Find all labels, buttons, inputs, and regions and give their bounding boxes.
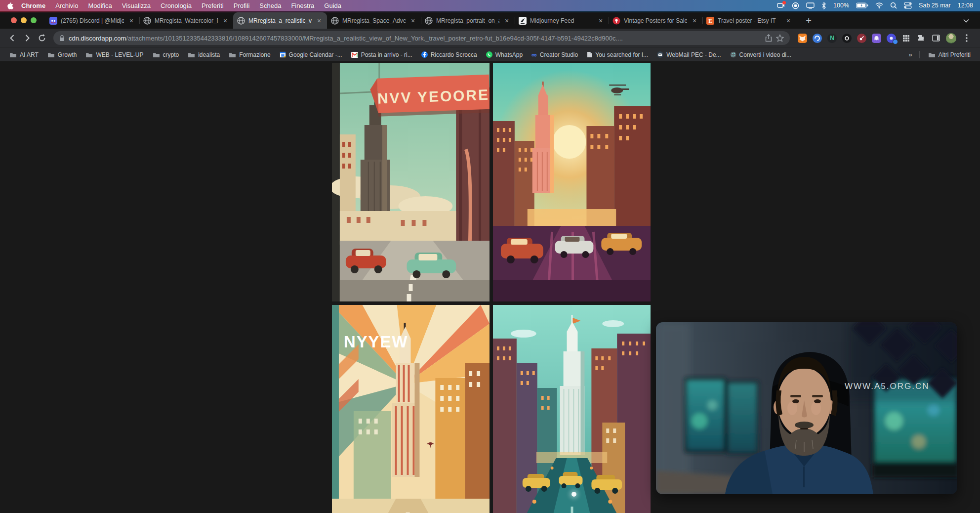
bluetooth-icon[interactable] (821, 2, 826, 9)
tab-vintage-posters[interactable]: Vintage Posters for Sale | × (609, 12, 702, 29)
tab-title: MRregista_Watercolor_Pa (155, 17, 218, 24)
colorpicker-extension-icon[interactable] (857, 34, 866, 43)
window-zoom-button[interactable] (31, 17, 37, 23)
tab-close-icon[interactable]: × (127, 17, 135, 25)
bookmark-folder-growth[interactable]: Growth (43, 51, 82, 58)
bookmark-creator-studio[interactable]: ∞ Creator Studio (527, 51, 582, 58)
tab-title: Travel poster - Etsy IT (718, 17, 781, 24)
bookmark-video-converter[interactable]: Converti i video di... (726, 51, 796, 58)
folder-icon (9, 52, 17, 58)
tab-watercolor[interactable]: MRregista_Watercolor_Pa × (139, 12, 233, 29)
folder-icon (85, 52, 93, 58)
bookmarks-divider (919, 51, 920, 58)
menubar-date[interactable]: Sab 25 mar (919, 2, 951, 9)
menu-preferiti[interactable]: Preferiti (197, 2, 229, 9)
bookmark-gmail-inbox[interactable]: Posta in arrivo - ri... (347, 51, 417, 58)
background-monitor-left (685, 378, 759, 455)
poster-image-bottom-left: NYYEW (332, 305, 490, 513)
tab-close-icon[interactable]: × (784, 17, 792, 25)
menubar-time[interactable]: 12:08 (958, 2, 973, 9)
purple-extension-icon[interactable] (872, 34, 881, 43)
grid-extension-icon[interactable] (901, 34, 911, 43)
screen: Chrome Archivio Modifica Visualizza Cron… (0, 0, 980, 513)
forward-button[interactable] (20, 31, 35, 45)
bookmark-you-searched[interactable]: You searched for I... (582, 51, 653, 58)
metamask-extension-icon[interactable] (798, 34, 807, 43)
tab-close-icon[interactable]: × (221, 17, 229, 25)
webcam-pip-overlay: WWW.A5.ORG.CN (656, 322, 957, 494)
tab-search-chevron-icon[interactable] (960, 15, 972, 27)
poster-image-bottom-right (493, 305, 651, 513)
display-icon[interactable] (806, 2, 815, 9)
tab-midjourney-feed[interactable]: Midjourney Feed × (515, 12, 609, 29)
menu-modifica[interactable]: Modifica (83, 2, 117, 9)
profile-avatar[interactable] (946, 33, 956, 43)
share-icon[interactable] (765, 34, 772, 42)
control-center-icon[interactable] (904, 2, 912, 9)
window-close-button[interactable] (11, 17, 17, 23)
tab-portrait[interactable]: MRregista_portrait_on_a_ × (421, 12, 515, 29)
reload-button[interactable] (35, 31, 49, 45)
bookmark-folder-formazione[interactable]: Formazione (224, 51, 275, 58)
chrome-menu-dots-icon[interactable] (962, 34, 971, 43)
indigo-extension-icon[interactable] (887, 34, 896, 43)
spotlight-search-icon[interactable] (890, 2, 897, 9)
bookmarks-overflow-chevrons[interactable]: » (905, 51, 915, 58)
notion-extension-icon[interactable]: N (827, 34, 837, 43)
wifi-icon[interactable] (875, 2, 883, 8)
side-panel-icon[interactable] (931, 34, 940, 43)
bookmark-whatsapp[interactable]: WhatsApp (482, 51, 527, 58)
tab-close-icon[interactable]: × (315, 17, 323, 25)
facebook-icon (421, 51, 428, 58)
blue-extension-icon[interactable] (813, 34, 822, 43)
bookmark-facebook-profile[interactable]: Riccardo Scrocca (417, 51, 482, 58)
menu-finestra[interactable]: Finestra (286, 2, 319, 9)
url-path: /attachments/1013512335442333816/1089142… (126, 35, 623, 42)
pin-favicon (612, 17, 620, 25)
chrome-tabstrip: (2765) Discord | @Midjou × MRregista_Wat… (0, 12, 980, 29)
stop-record-icon[interactable] (792, 2, 799, 9)
tab-discord[interactable]: (2765) Discord | @Midjou × (45, 12, 139, 29)
battery-icon[interactable] (856, 2, 868, 8)
extensions-puzzle-icon[interactable] (916, 34, 926, 43)
dark-extension-icon[interactable] (842, 34, 852, 43)
bookmark-folder-web-level-up[interactable]: WEB - LEVEL-UP (81, 51, 148, 58)
window-minimize-button[interactable] (21, 17, 27, 23)
bookmark-star-icon[interactable] (776, 34, 784, 42)
tab-close-icon[interactable]: × (691, 17, 698, 25)
tab-close-icon[interactable]: × (409, 17, 417, 25)
menu-visualizza[interactable]: Visualizza (117, 2, 156, 9)
address-bar[interactable]: cdn.discordapp.com/attachments/101351233… (53, 31, 790, 45)
tab-title: MRregista_Space_Advent (342, 17, 406, 24)
tab-close-icon[interactable]: × (597, 17, 605, 25)
url-text: cdn.discordapp.com/attachments/101351233… (69, 35, 761, 42)
menu-scheda[interactable]: Scheda (254, 2, 286, 9)
folder-icon (229, 52, 236, 58)
tab-realistic-view-active[interactable]: MRregista_a_realistic_vie × (233, 12, 327, 29)
new-tab-button[interactable]: + (801, 13, 816, 28)
video-converter-icon (730, 51, 736, 58)
menu-chrome[interactable]: Chrome (16, 2, 50, 9)
battery-percent: 100% (833, 2, 849, 9)
menu-guida[interactable]: Guida (319, 2, 346, 9)
screen-recording-icon[interactable] (777, 2, 785, 9)
extensions-row: N (794, 33, 975, 43)
bookmark-webmail-pec[interactable]: WebMail PEC - De... (653, 51, 725, 58)
tab-close-icon[interactable]: × (503, 17, 511, 25)
tab-list: (2765) Discord | @Midjou × MRregista_Wat… (45, 12, 796, 29)
bookmark-google-calendar[interactable]: Google Calendar -... (275, 51, 347, 58)
chrome-toolbar: cdn.discordapp.com/attachments/101351233… (0, 29, 980, 47)
tab-etsy[interactable]: E Travel poster - Etsy IT × (702, 12, 796, 29)
apple-menu-icon[interactable] (7, 2, 13, 9)
menu-archivio[interactable]: Archivio (50, 2, 83, 9)
back-button[interactable] (5, 31, 20, 45)
bookmark-folder-crypto[interactable]: crypto (148, 51, 184, 58)
bookmark-folder-altri-preferiti[interactable]: Altri Preferiti (924, 51, 975, 58)
tab-title: MRregista_a_realistic_vie (248, 17, 312, 24)
menu-cronologia[interactable]: Cronologia (156, 2, 197, 9)
tab-space-adventure[interactable]: MRregista_Space_Advent × (327, 12, 421, 29)
google-calendar-icon (280, 51, 286, 58)
bookmark-folder-ai-art[interactable]: AI ART (5, 51, 43, 58)
bookmark-folder-idealista[interactable]: idealista (183, 51, 224, 58)
menu-profili[interactable]: Profili (229, 2, 255, 9)
